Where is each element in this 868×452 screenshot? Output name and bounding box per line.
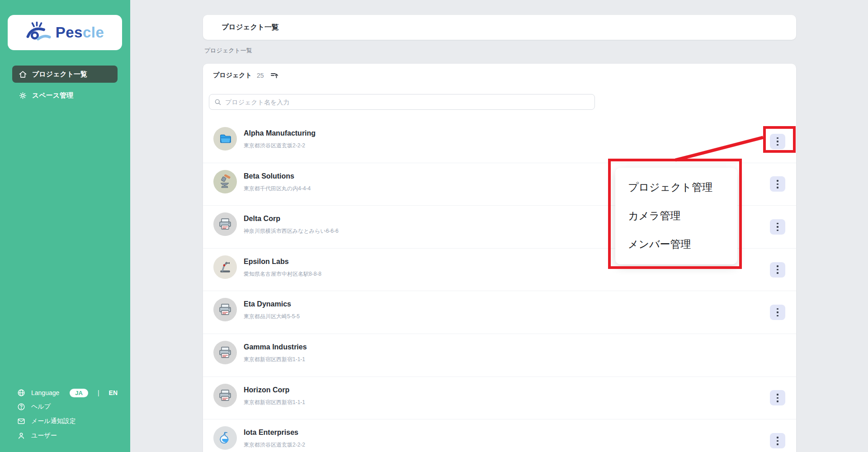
robot-arm-icon: [218, 260, 232, 274]
project-row[interactable]: Horizon Corp 東京都新宿区西新宿1-1-1: [203, 377, 796, 420]
project-name: Delta Corp: [244, 215, 280, 223]
project-avatar: [213, 341, 237, 364]
context-menu-item[interactable]: プロジェクト管理: [615, 173, 737, 202]
sidebar: Pescle プロジェクト一覧 スペース管理 Language JA | EN …: [0, 0, 130, 452]
kebab-icon: [777, 223, 778, 231]
kebab-icon: [777, 180, 778, 188]
project-row[interactable]: Alpha Manufacturing 東京都渋谷区道玄坂2-2-2: [203, 120, 796, 163]
language-label: Language: [31, 389, 59, 396]
project-name: Horizon Corp: [244, 386, 289, 394]
project-row[interactable]: Eta Dynamics 東京都品川区大崎5-5-5: [203, 291, 796, 334]
project-address: 神奈川県横浜市西区みなとみらい6-6-6: [244, 227, 339, 235]
hammer-anvil-icon: [218, 174, 232, 189]
project-row[interactable]: Gamma Industries 東京都新宿区西新宿1-1-1: [203, 334, 796, 377]
search-box: [209, 94, 595, 110]
kebab-icon: [777, 394, 778, 402]
project-address: 東京都渋谷区道玄坂2-2-2: [244, 441, 305, 449]
folder-icon: [218, 132, 232, 146]
project-avatar: [213, 170, 237, 193]
sort-icon: [270, 71, 279, 80]
mail-icon: [17, 417, 25, 425]
sidebar-footer: Language JA | EN ヘルプ メール通知設定 ユーザー: [0, 386, 130, 443]
user-icon: [17, 432, 25, 440]
language-ja-toggle[interactable]: JA: [70, 389, 88, 397]
printer-icon: [218, 217, 232, 231]
row-menu-button[interactable]: [770, 305, 785, 320]
search-input[interactable]: [225, 99, 594, 106]
language-en-toggle[interactable]: EN: [109, 389, 118, 396]
list-count: 25: [257, 72, 264, 79]
project-name: Gamma Industries: [244, 343, 307, 351]
sidebar-footer-label: ヘルプ: [31, 403, 51, 411]
project-avatar: [213, 255, 237, 279]
logo[interactable]: Pescle: [8, 15, 122, 50]
language-row: Language JA | EN: [0, 386, 130, 400]
project-avatar: [213, 212, 237, 236]
row-menu-button[interactable]: [770, 176, 785, 192]
project-avatar: [213, 127, 237, 151]
language-divider: |: [98, 389, 99, 396]
search-icon: [214, 99, 222, 106]
context-menu-item[interactable]: カメラ管理: [615, 202, 737, 230]
page-header: プロジェクト一覧: [203, 15, 796, 40]
project-avatar: [213, 298, 237, 321]
list-header: プロジェクト 25: [213, 70, 280, 81]
printer-icon: [218, 302, 232, 317]
sidebar-item-label: プロジェクト一覧: [32, 70, 87, 79]
row-menu-button[interactable]: [770, 262, 785, 278]
sidebar-footer-label: ユーザー: [31, 432, 57, 440]
breadcrumb[interactable]: プロジェクト一覧: [204, 47, 252, 55]
printer-icon: [218, 388, 232, 403]
flask-icon: [218, 431, 232, 445]
row-menu-button[interactable]: [770, 390, 785, 405]
project-name: Iota Enterprises: [244, 428, 298, 437]
sidebar-footer-item[interactable]: メール通知設定: [0, 414, 130, 428]
context-menu: プロジェクト管理カメラ管理メンバー管理: [615, 168, 737, 264]
help-icon: [17, 403, 25, 411]
project-address: 愛知県名古屋市中村区名駅8-8-8: [244, 270, 321, 278]
project-name: Alpha Manufacturing: [244, 129, 316, 137]
project-name: Epsilon Labs: [244, 258, 289, 266]
sidebar-item-0[interactable]: プロジェクト一覧: [12, 66, 118, 83]
project-address: 東京都千代田区丸の内4-4-4: [244, 185, 311, 193]
context-menu-item[interactable]: メンバー管理: [615, 230, 737, 259]
kebab-icon: [777, 265, 778, 274]
sidebar-item-label: スペース管理: [32, 91, 73, 100]
kebab-icon: [777, 308, 778, 317]
sidebar-nav: プロジェクト一覧 スペース管理: [12, 66, 118, 104]
sidebar-footer-item[interactable]: ヘルプ: [0, 400, 130, 414]
printer-icon: [218, 345, 232, 360]
sidebar-item-1[interactable]: スペース管理: [12, 87, 118, 104]
project-address: 東京都渋谷区道玄坂2-2-2: [244, 142, 305, 150]
pescle-eye-icon: [26, 22, 52, 43]
project-avatar: [213, 426, 237, 450]
list-label: プロジェクト: [213, 71, 252, 80]
sidebar-footer-list: ヘルプ メール通知設定 ユーザー: [0, 400, 130, 443]
project-address: 東京都新宿区西新宿1-1-1: [244, 356, 305, 363]
kebab-icon: [777, 137, 778, 146]
project-name: Eta Dynamics: [244, 300, 291, 308]
project-row[interactable]: Iota Enterprises 東京都渋谷区道玄坂2-2-2: [203, 419, 796, 452]
row-menu-button[interactable]: [770, 219, 785, 235]
page-title: プロジェクト一覧: [222, 23, 278, 32]
gear-icon: [19, 91, 27, 100]
project-name: Beta Solutions: [244, 172, 294, 180]
row-menu-button[interactable]: [770, 134, 785, 149]
row-menu-button[interactable]: [770, 433, 785, 448]
app-root: Pescle プロジェクト一覧 スペース管理 Language JA | EN …: [0, 0, 868, 452]
logo-text: Pescle: [56, 24, 104, 41]
project-address: 東京都新宿区西新宿1-1-1: [244, 399, 305, 406]
project-address: 東京都品川区大崎5-5-5: [244, 313, 300, 320]
project-avatar: [213, 384, 237, 407]
kebab-icon: [777, 437, 778, 445]
home-icon: [19, 70, 27, 79]
sidebar-footer-item[interactable]: ユーザー: [0, 428, 130, 443]
sort-button[interactable]: [269, 70, 280, 81]
sidebar-footer-label: メール通知設定: [31, 417, 76, 425]
globe-icon: [17, 389, 25, 397]
